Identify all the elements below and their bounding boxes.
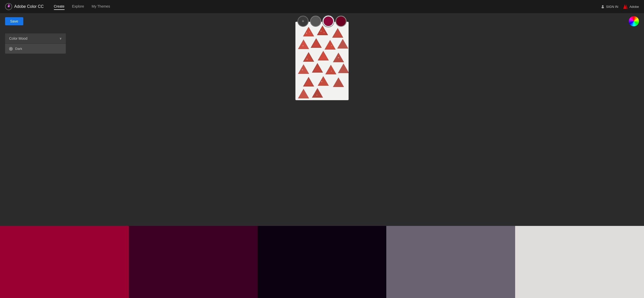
svg-point-19 — [303, 45, 304, 46]
color-mood-option-dark[interactable]: Dark — [5, 44, 66, 54]
color-mood-panel: Color Mood ∨ Dark — [5, 33, 66, 54]
svg-point-3 — [601, 7, 604, 8]
svg-point-14 — [324, 32, 325, 33]
radio-button-dark[interactable] — [9, 47, 13, 51]
palette-swatch-1[interactable] — [129, 226, 258, 298]
radio-inner — [10, 48, 12, 50]
svg-point-47 — [317, 95, 317, 96]
palette-swatch-3[interactable] — [386, 226, 515, 298]
palette-swatch-2[interactable] — [258, 226, 387, 298]
chevron-down-icon: ∨ — [59, 37, 62, 40]
save-button[interactable]: Save — [5, 17, 23, 25]
svg-point-34 — [302, 69, 303, 70]
main-nav: Create Explore My Themes — [54, 3, 601, 10]
svg-point-43 — [321, 81, 322, 82]
option-label-dark: Dark — [15, 47, 22, 51]
color-wheel-button[interactable] — [629, 16, 639, 26]
logo-area: Adobe Color CC — [5, 3, 44, 10]
palette-swatch-4[interactable] — [515, 226, 644, 298]
svg-point-13 — [320, 31, 321, 32]
main-content: Save Color Mood ∨ Dark + — [0, 13, 644, 298]
svg-point-9 — [306, 33, 307, 34]
user-icon — [601, 5, 605, 8]
color-picker-darkred[interactable] — [335, 16, 347, 27]
color-mood-title: Color Mood — [9, 36, 27, 40]
color-pickers-row: + — [295, 16, 349, 27]
svg-point-28 — [307, 59, 308, 60]
palette-swatch-0[interactable] — [0, 226, 129, 298]
strawberry-image-svg — [295, 22, 349, 100]
svg-point-24 — [331, 45, 332, 46]
svg-point-2 — [602, 5, 603, 7]
sign-in-button[interactable]: SIGN IN — [601, 5, 618, 9]
adobe-logo-icon — [623, 4, 628, 9]
add-color-button[interactable]: + — [297, 16, 309, 27]
app-header: Adobe Color CC Create Explore My Themes … — [0, 0, 644, 13]
nav-create[interactable]: Create — [54, 3, 65, 10]
image-area: + — [295, 16, 349, 100]
nav-my-themes[interactable]: My Themes — [92, 3, 110, 10]
app-logo-icon — [5, 3, 12, 10]
nav-explore[interactable]: Explore — [72, 3, 84, 10]
color-picker-crimson[interactable] — [323, 16, 334, 27]
svg-point-1 — [8, 6, 9, 7]
svg-point-10 — [309, 32, 310, 32]
adobe-logo: Adobe — [623, 4, 639, 9]
app-title: Adobe Color CC — [14, 4, 44, 9]
color-picker-gray[interactable] — [310, 16, 321, 27]
source-image[interactable] — [295, 22, 349, 100]
color-palette — [0, 226, 644, 298]
svg-point-32 — [338, 57, 339, 58]
top-area: Save Color Mood ∨ Dark + — [0, 13, 644, 226]
svg-point-38 — [331, 71, 332, 72]
color-mood-header[interactable]: Color Mood ∨ — [5, 33, 66, 44]
header-right: SIGN IN Adobe — [601, 4, 639, 9]
